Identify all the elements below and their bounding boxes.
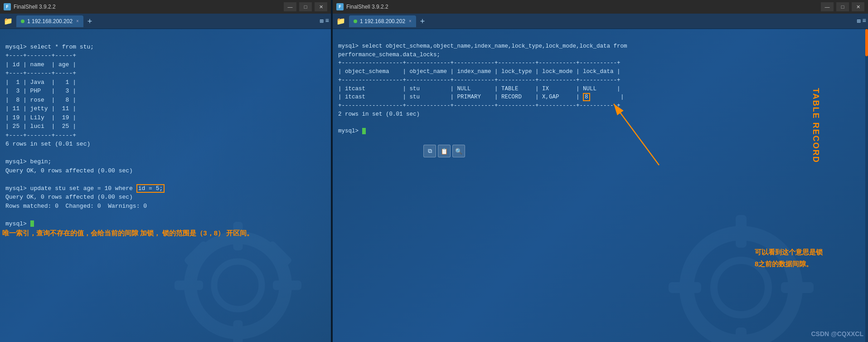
left-annotation: 唯一索引，查询不存在的值，会给当前的间隙 加锁， 锁的范围是（3，8） 开区间。 xyxy=(2,229,329,238)
left-terminal: mysql> select * from stu; +----+-------+… xyxy=(0,29,331,342)
minimize-btn-right[interactable]: — xyxy=(821,2,834,11)
svg-rect-7 xyxy=(266,240,292,267)
csdn-watermark: CSDN @CQXXCL xyxy=(811,330,863,337)
lock-data-highlight: 8 xyxy=(583,93,590,101)
left-tab-right-icons: ⊞ ≡ xyxy=(320,17,329,25)
svg-rect-10 xyxy=(736,215,747,248)
connection-dot-left xyxy=(21,20,24,23)
gear-bg-right xyxy=(650,197,832,342)
grid-icon-left[interactable]: ⊞ xyxy=(320,17,323,25)
svg-rect-6 xyxy=(183,240,210,267)
svg-rect-5 xyxy=(273,281,301,290)
left-folder-btn[interactable]: 📁 xyxy=(2,15,15,28)
maximize-btn-right[interactable]: □ xyxy=(836,2,849,11)
toolbar-icons: ⧉ 📋 🔍 xyxy=(423,145,465,157)
right-tab[interactable]: 1 192.168.200.202 × xyxy=(349,15,416,27)
svg-point-0 xyxy=(190,238,286,333)
right-annotation: 可以看到这个意思是锁 8之前的数据间隙。 xyxy=(755,246,823,269)
table-record-label: TABLE RECORD xyxy=(811,88,820,163)
right-folder-btn[interactable]: 📁 xyxy=(335,15,347,28)
left-window-title: FinalShell 3.9.2.2 xyxy=(14,4,284,10)
left-tab-add[interactable]: + xyxy=(84,16,95,27)
cursor-right xyxy=(362,128,366,134)
close-btn-left[interactable]: ✕ xyxy=(315,2,327,11)
right-tab-add[interactable]: + xyxy=(417,16,428,27)
minimize-btn-left[interactable]: — xyxy=(284,2,296,11)
left-terminal-text: mysql> select * from stu; +----+-------+… xyxy=(5,34,325,228)
left-tab-label: 1 192.168.200.202 xyxy=(27,18,73,24)
right-terminal: mysql> select object_schema,object_name,… xyxy=(333,29,868,342)
right-title-bar: F FinalShell 3.9.2.2 — □ ✕ xyxy=(333,0,868,14)
svg-rect-3 xyxy=(233,320,243,342)
cursor-left xyxy=(30,220,34,227)
scroll-thumb xyxy=(865,29,868,56)
right-terminal-text: mysql> select object_schema,object_name,… xyxy=(338,34,863,144)
right-window-controls: — □ ✕ xyxy=(821,2,864,11)
app-icon-left: F xyxy=(4,3,11,10)
svg-rect-12 xyxy=(669,282,701,293)
search-btn[interactable]: 🔍 xyxy=(452,145,465,157)
right-window-title: FinalShell 3.9.2.2 xyxy=(346,4,821,10)
grid-icon-right[interactable]: ⊞ xyxy=(857,17,860,25)
scroll-indicator[interactable] xyxy=(865,29,868,342)
svg-rect-11 xyxy=(736,327,747,342)
right-tab-right-icons: ⊞ ≡ xyxy=(857,17,866,25)
app-icon-right: F xyxy=(336,3,344,10)
left-title-bar: F FinalShell 3.9.2.2 — □ ✕ xyxy=(0,0,331,14)
id-condition-highlight: id = 5; xyxy=(136,184,165,193)
left-window-controls: — □ ✕ xyxy=(284,2,327,11)
window-divider xyxy=(331,0,333,342)
left-tab[interactable]: 1 192.168.200.202 × xyxy=(16,15,83,27)
svg-rect-4 xyxy=(175,281,203,290)
svg-rect-13 xyxy=(781,282,814,293)
menu-icon-right[interactable]: ≡ xyxy=(863,17,866,25)
copy-btn[interactable]: ⧉ xyxy=(423,145,436,157)
left-tab-bar: 📁 1 192.168.200.202 × + ⊞ ≡ xyxy=(0,14,331,29)
maximize-btn-left[interactable]: □ xyxy=(299,2,312,11)
close-btn-right[interactable]: ✕ xyxy=(852,2,864,11)
paste-btn[interactable]: 📋 xyxy=(438,145,451,157)
connection-dot-right xyxy=(354,20,357,23)
left-tab-close[interactable]: × xyxy=(76,19,79,24)
menu-icon-left[interactable]: ≡ xyxy=(325,17,329,25)
right-tab-label: 1 192.168.200.202 xyxy=(360,18,405,24)
right-tab-bar: 📁 1 192.168.200.202 × + ⊞ ≡ xyxy=(333,14,868,29)
svg-point-1 xyxy=(214,262,262,309)
right-tab-close[interactable]: × xyxy=(409,19,412,24)
